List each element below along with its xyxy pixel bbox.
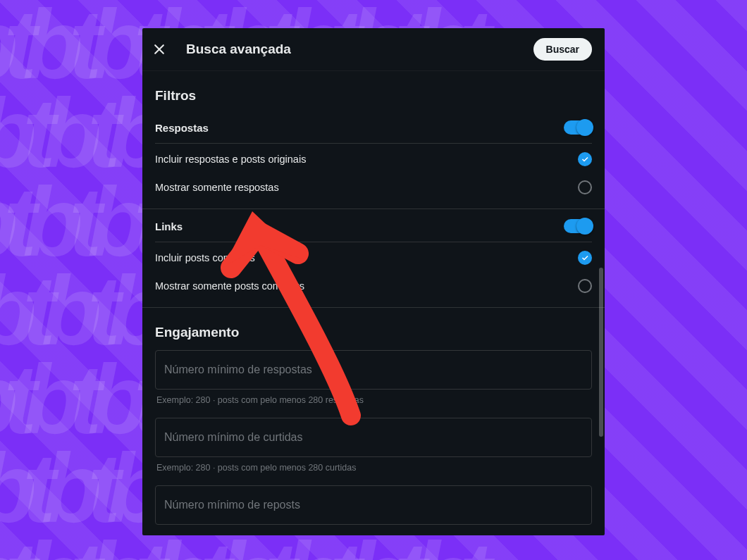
links-option2-label: Mostrar somente posts com links [155, 280, 304, 292]
replies-option1-label: Incluir respostas e posts originais [155, 154, 306, 165]
advanced-search-modal: Busca avançada Buscar Filtros Respostas … [142, 28, 605, 535]
replies-option1-row[interactable]: Incluir respostas e posts originais [155, 145, 592, 173]
min-replies-helper: Exemplo: 280 · posts com pelo menos 280 … [156, 395, 591, 405]
replies-toggle[interactable] [564, 120, 592, 135]
modal-content: Filtros Respostas Incluir respostas e po… [142, 71, 605, 535]
header-left: Busca avançada [152, 42, 291, 57]
min-reposts-placeholder: Número mínimo de reposts [164, 499, 583, 511]
divider [155, 242, 592, 242]
filters-section-title: Filtros [155, 88, 592, 104]
replies-option1-radio[interactable] [578, 152, 592, 166]
engagement-section-title: Engajamento [155, 325, 592, 340]
links-subsection: Links Incluir posts com links Mostrar so… [155, 212, 592, 300]
links-option2-radio[interactable] [578, 279, 592, 293]
links-toggle[interactable] [564, 219, 592, 233]
close-icon[interactable] [152, 42, 166, 56]
replies-label: Respostas [155, 122, 209, 134]
replies-toggle-row: Respostas [155, 113, 592, 142]
replies-option2-row[interactable]: Mostrar somente respostas [155, 173, 592, 201]
search-button[interactable]: Buscar [533, 38, 592, 61]
group-divider [142, 209, 605, 209]
min-likes-helper: Exemplo: 280 · posts com pelo menos 280 … [156, 463, 591, 473]
group-divider [142, 307, 605, 308]
replies-option2-label: Mostrar somente respostas [155, 182, 279, 193]
links-option1-label: Incluir posts com links [155, 252, 255, 263]
min-reposts-input[interactable]: Número mínimo de reposts [155, 485, 592, 525]
links-label: Links [155, 220, 183, 232]
links-option1-radio[interactable] [578, 251, 592, 265]
links-toggle-row: Links [155, 212, 592, 240]
replies-subsection: Respostas Incluir respostas e posts orig… [155, 113, 592, 201]
min-likes-placeholder: Número mínimo de curtidas [164, 431, 583, 444]
modal-title: Busca avançada [186, 42, 291, 57]
divider [155, 143, 592, 144]
min-replies-input[interactable]: Número mínimo de respostas [155, 350, 592, 390]
min-likes-input[interactable]: Número mínimo de curtidas [155, 418, 592, 457]
replies-option2-radio[interactable] [578, 180, 592, 194]
scrollbar[interactable] [599, 268, 603, 437]
links-option2-row[interactable]: Mostrar somente posts com links [155, 272, 592, 300]
min-replies-placeholder: Número mínimo de respostas [164, 363, 583, 376]
links-option1-row[interactable]: Incluir posts com links [155, 244, 592, 272]
modal-header: Busca avançada Buscar [142, 28, 605, 71]
